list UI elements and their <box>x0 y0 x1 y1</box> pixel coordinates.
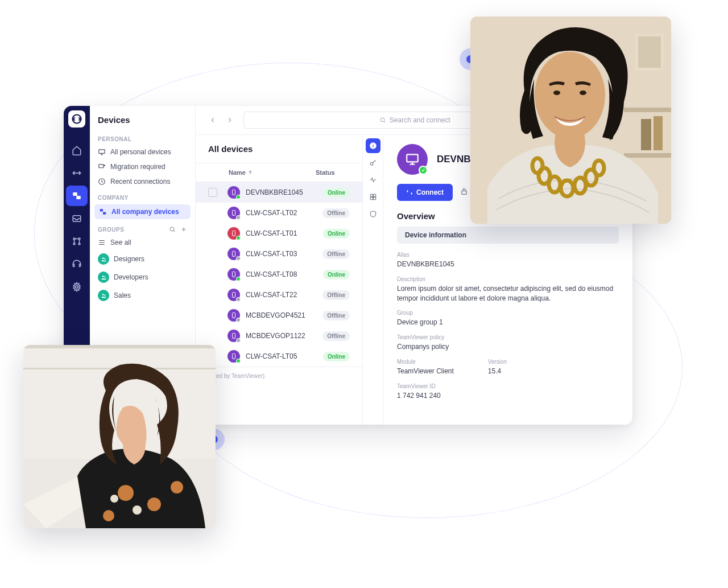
rail-workflow-icon[interactable] <box>66 231 88 252</box>
device-row[interactable]: CLW-CSAT-LT05Online <box>196 346 362 367</box>
field-group: GroupDevice group 1 <box>397 310 619 327</box>
device-name-cell: MCBDEVGOP4521 <box>246 311 322 319</box>
svg-rect-36 <box>373 194 375 196</box>
device-row[interactable]: CLW-CSAT-LT08Online <box>196 264 362 285</box>
svg-rect-37 <box>370 198 373 200</box>
svg-point-7 <box>78 243 80 245</box>
sidebar-item-recent[interactable]: Recent connections <box>90 174 195 189</box>
status-dot <box>236 215 241 220</box>
device-icon <box>228 248 240 260</box>
svg-point-16 <box>104 258 105 259</box>
device-row[interactable]: CLW-CSAT-LT03Offline <box>196 244 362 264</box>
detail-tabs <box>363 135 383 425</box>
field-version: Version15.4 <box>488 359 507 376</box>
device-icon <box>228 350 240 363</box>
detail-tab-grid-icon[interactable] <box>366 190 380 204</box>
svg-point-8 <box>76 286 78 289</box>
detail-tab-shield-icon[interactable] <box>366 207 380 221</box>
connect-button[interactable]: Connect <box>397 184 453 201</box>
rail-settings-icon[interactable] <box>66 277 88 297</box>
rail-devices-icon[interactable] <box>66 186 88 206</box>
detail-tab-info-icon[interactable] <box>366 138 380 153</box>
svg-rect-2 <box>76 196 81 199</box>
footer-note: ...ded by TeamViewer). <box>196 367 362 385</box>
plus-icon[interactable] <box>180 226 187 233</box>
status-badge: Online <box>323 352 350 361</box>
rail-support-icon[interactable] <box>66 254 88 274</box>
svg-point-67 <box>580 91 586 95</box>
monitor-icon <box>405 152 420 167</box>
svg-point-5 <box>78 238 80 240</box>
status-badge: Offline <box>322 311 350 320</box>
swap-icon <box>406 189 413 196</box>
status-dot <box>236 277 241 281</box>
column-status[interactable]: Status <box>316 169 350 176</box>
device-row[interactable]: DEVNBKBRE1045Online <box>196 182 362 203</box>
device-row[interactable]: CLW-CSAT-LT01Online <box>196 223 362 244</box>
svg-rect-56 <box>641 119 651 150</box>
devices-icon <box>99 208 107 216</box>
device-icon <box>228 207 240 219</box>
sidebar-item-all-company[interactable]: All company devices <box>94 204 191 219</box>
svg-rect-55 <box>638 36 661 68</box>
monitor-icon <box>98 148 106 156</box>
device-row[interactable]: CLW-CSAT-LT02Offline <box>196 203 362 223</box>
migrate-icon <box>98 163 106 171</box>
sidebar-item-all-personal[interactable]: All personal devices <box>90 145 195 159</box>
search-icon[interactable] <box>169 226 176 233</box>
svg-rect-35 <box>370 194 373 196</box>
status-badge: Offline <box>322 249 350 259</box>
device-row[interactable]: MCBDEVGOP1122Offline <box>196 326 362 346</box>
svg-point-18 <box>104 276 105 277</box>
sidebar-group-designers[interactable]: Designers <box>90 250 195 268</box>
group-avatar-icon <box>98 253 109 265</box>
detail-tab-health-icon[interactable] <box>366 172 380 187</box>
sidebar-group-developers[interactable]: Developers <box>90 268 195 286</box>
sidebar-see-all[interactable]: See all <box>90 235 195 250</box>
field-tvid: TeamViewer ID1 742 941 240 <box>397 383 619 401</box>
svg-point-66 <box>553 91 560 95</box>
svg-point-34 <box>370 162 373 165</box>
svg-rect-53 <box>624 153 671 158</box>
sidebar-group-sales[interactable]: Sales <box>90 286 195 305</box>
svg-point-46 <box>147 497 161 511</box>
device-row[interactable]: MCBDEVGOP4521Offline <box>196 305 362 326</box>
status-badge: Offline <box>322 208 350 218</box>
nav-back-button[interactable] <box>206 113 220 127</box>
svg-point-50 <box>110 495 118 503</box>
nav-forward-button[interactable] <box>223 113 237 127</box>
rail-inbox-icon[interactable] <box>66 208 88 229</box>
device-name-cell: CLW-CSAT-LT03 <box>246 250 322 258</box>
detail-tab-key-icon[interactable] <box>366 155 380 170</box>
svg-point-49 <box>133 505 142 515</box>
device-icon <box>228 186 240 199</box>
rail-home-icon[interactable] <box>66 140 88 161</box>
field-policy: TeamViewer policyCompanys policy <box>397 334 619 352</box>
lock-icon[interactable] <box>460 187 469 198</box>
device-row[interactable]: CLW-CSAT-LT22Offline <box>196 285 362 305</box>
svg-rect-10 <box>99 165 104 168</box>
svg-point-47 <box>103 510 114 521</box>
device-name-cell: DEVNBKBRE1045 <box>246 188 323 196</box>
status-dot <box>236 236 241 240</box>
svg-rect-57 <box>653 116 663 150</box>
group-avatar-icon <box>98 290 109 301</box>
column-name[interactable]: Name <box>208 169 316 176</box>
svg-point-19 <box>102 294 104 295</box>
status-dot <box>236 318 241 322</box>
device-list: All devices Name Status DEVNBKBRE1045Onl… <box>196 135 363 425</box>
search-icon <box>379 117 386 124</box>
device-information-tab[interactable]: Device information <box>397 227 619 244</box>
sidebar-title: Devices <box>90 112 195 130</box>
device-name-cell: CLW-CSAT-LT02 <box>246 209 322 217</box>
row-checkbox[interactable] <box>208 188 217 197</box>
svg-point-4 <box>73 238 75 240</box>
rail-swap-icon[interactable] <box>66 163 88 183</box>
status-badge: Offline <box>322 290 350 300</box>
sidebar-item-migration[interactable]: Migration required <box>90 159 195 174</box>
status-badge: Online <box>323 270 350 279</box>
svg-point-21 <box>380 118 384 122</box>
svg-point-6 <box>73 243 75 245</box>
device-name-cell: CLW-CSAT-LT08 <box>246 270 323 278</box>
svg-rect-42 <box>23 345 216 459</box>
